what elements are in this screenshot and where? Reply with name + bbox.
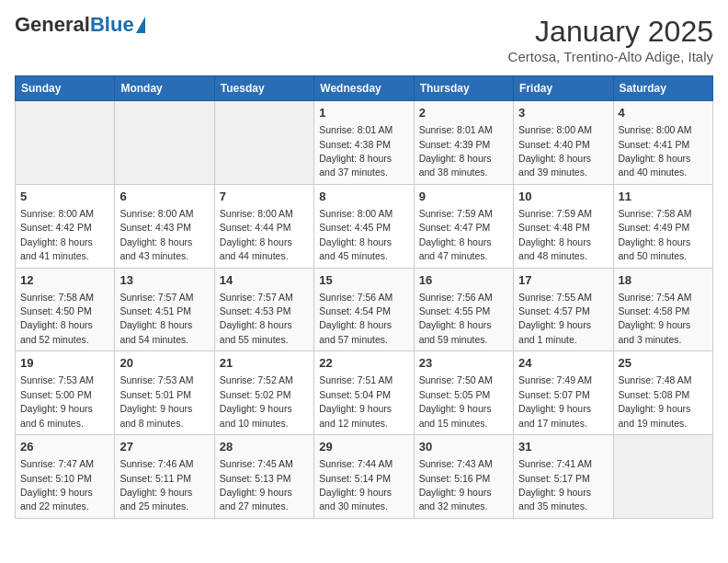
day-number: 29 [319,439,408,455]
day-number: 2 [419,105,508,121]
day-info: Sunrise: 7:55 AM Sunset: 4:57 PM Dayligh… [518,292,592,345]
day-info: Sunrise: 7:53 AM Sunset: 5:00 PM Dayligh… [20,374,94,428]
day-info: Sunrise: 7:46 AM Sunset: 5:11 PM Dayligh… [119,458,193,511]
day-info: Sunrise: 7:56 AM Sunset: 4:54 PM Dayligh… [319,292,392,345]
calendar-cell [16,101,115,185]
calendar-week-row: 26Sunrise: 7:47 AM Sunset: 5:10 PM Dayli… [16,435,713,519]
day-number: 17 [518,272,608,289]
weekday-header-wednesday: Wednesday [314,76,414,101]
day-number: 7 [220,189,309,205]
day-info: Sunrise: 7:59 AM Sunset: 4:47 PM Dayligh… [419,208,493,261]
calendar-cell: 2Sunrise: 8:01 AM Sunset: 4:39 PM Daylig… [414,101,513,185]
calendar-cell: 26Sunrise: 7:47 AM Sunset: 5:10 PM Dayli… [16,435,115,519]
day-info: Sunrise: 7:50 AM Sunset: 5:05 PM Dayligh… [419,374,493,428]
calendar-cell: 12Sunrise: 7:58 AM Sunset: 4:50 PM Dayli… [16,268,115,351]
calendar-cell: 31Sunrise: 7:41 AM Sunset: 5:17 PM Dayli… [514,435,613,519]
calendar-cell: 19Sunrise: 7:53 AM Sunset: 5:00 PM Dayli… [16,351,115,435]
day-number: 24 [518,355,608,372]
calendar-cell: 7Sunrise: 8:00 AM Sunset: 4:44 PM Daylig… [214,184,313,268]
page-header: GeneralBlue January 2025 Certosa, Trenti… [15,15,713,64]
weekday-header-monday: Monday [115,76,214,101]
day-info: Sunrise: 7:54 AM Sunset: 4:58 PM Dayligh… [619,292,692,345]
day-number: 28 [220,439,309,455]
day-number: 8 [319,189,408,205]
calendar-cell: 20Sunrise: 7:53 AM Sunset: 5:01 PM Dayli… [115,351,214,435]
day-number: 16 [419,272,508,289]
calendar-cell: 6Sunrise: 8:00 AM Sunset: 4:43 PM Daylig… [115,184,214,268]
calendar-header-row: SundayMondayTuesdayWednesdayThursdayFrid… [16,76,713,101]
weekday-header-sunday: Sunday [16,76,115,101]
day-number: 4 [619,105,708,121]
day-info: Sunrise: 7:58 AM Sunset: 4:50 PM Dayligh… [20,292,94,345]
calendar-cell [115,101,214,185]
day-number: 3 [518,105,608,121]
day-info: Sunrise: 7:51 AM Sunset: 5:04 PM Dayligh… [319,374,392,428]
day-info: Sunrise: 8:01 AM Sunset: 4:38 PM Dayligh… [319,124,392,178]
calendar-cell: 30Sunrise: 7:43 AM Sunset: 5:16 PM Dayli… [414,435,513,519]
day-info: Sunrise: 7:43 AM Sunset: 5:16 PM Dayligh… [419,458,493,511]
day-info: Sunrise: 8:00 AM Sunset: 4:41 PM Dayligh… [619,124,692,178]
calendar-cell: 13Sunrise: 7:57 AM Sunset: 4:51 PM Dayli… [115,268,214,351]
day-number: 18 [619,272,708,289]
calendar-cell: 3Sunrise: 8:00 AM Sunset: 4:40 PM Daylig… [514,101,613,185]
day-number: 12 [20,272,109,289]
location-subtitle: Certosa, Trentino-Alto Adige, Italy [508,49,713,64]
day-number: 19 [20,355,109,372]
calendar-cell: 10Sunrise: 7:59 AM Sunset: 4:48 PM Dayli… [514,184,613,268]
day-info: Sunrise: 7:56 AM Sunset: 4:55 PM Dayligh… [419,292,493,345]
day-number: 11 [619,189,708,205]
day-info: Sunrise: 7:41 AM Sunset: 5:17 PM Dayligh… [518,458,592,511]
calendar-cell: 23Sunrise: 7:50 AM Sunset: 5:05 PM Dayli… [414,351,513,435]
day-number: 21 [220,355,309,372]
day-number: 22 [319,355,408,372]
day-number: 20 [119,355,209,372]
month-title: January 2025 [508,15,713,49]
day-info: Sunrise: 7:57 AM Sunset: 4:53 PM Dayligh… [220,292,293,345]
day-info: Sunrise: 7:49 AM Sunset: 5:07 PM Dayligh… [518,374,592,428]
day-number: 23 [419,355,508,372]
day-info: Sunrise: 8:01 AM Sunset: 4:39 PM Dayligh… [419,124,493,178]
logo: GeneralBlue [15,15,145,35]
calendar-week-row: 12Sunrise: 7:58 AM Sunset: 4:50 PM Dayli… [16,268,713,351]
calendar-cell: 22Sunrise: 7:51 AM Sunset: 5:04 PM Dayli… [314,351,414,435]
day-info: Sunrise: 8:00 AM Sunset: 4:40 PM Dayligh… [518,124,592,178]
day-info: Sunrise: 7:58 AM Sunset: 4:49 PM Dayligh… [619,208,692,261]
day-info: Sunrise: 7:59 AM Sunset: 4:48 PM Dayligh… [518,208,592,261]
day-number: 25 [619,355,708,372]
day-info: Sunrise: 8:00 AM Sunset: 4:43 PM Dayligh… [119,208,193,261]
calendar-cell [613,435,712,519]
calendar-week-row: 1Sunrise: 8:01 AM Sunset: 4:38 PM Daylig… [16,101,713,185]
calendar-cell: 27Sunrise: 7:46 AM Sunset: 5:11 PM Dayli… [115,435,214,519]
day-info: Sunrise: 8:00 AM Sunset: 4:44 PM Dayligh… [220,208,293,261]
calendar-cell: 24Sunrise: 7:49 AM Sunset: 5:07 PM Dayli… [514,351,613,435]
day-number: 13 [119,272,209,289]
day-number: 1 [319,105,408,121]
calendar-cell: 9Sunrise: 7:59 AM Sunset: 4:47 PM Daylig… [414,184,513,268]
calendar-cell: 16Sunrise: 7:56 AM Sunset: 4:55 PM Dayli… [414,268,513,351]
calendar-cell: 21Sunrise: 7:52 AM Sunset: 5:02 PM Dayli… [214,351,313,435]
calendar-cell: 1Sunrise: 8:01 AM Sunset: 4:38 PM Daylig… [314,101,414,185]
weekday-header-thursday: Thursday [414,76,513,101]
day-info: Sunrise: 8:00 AM Sunset: 4:45 PM Dayligh… [319,208,392,261]
calendar-week-row: 19Sunrise: 7:53 AM Sunset: 5:00 PM Dayli… [16,351,713,435]
day-info: Sunrise: 7:57 AM Sunset: 4:51 PM Dayligh… [119,292,193,345]
calendar-cell: 29Sunrise: 7:44 AM Sunset: 5:14 PM Dayli… [314,435,414,519]
calendar-cell: 15Sunrise: 7:56 AM Sunset: 4:54 PM Dayli… [314,268,414,351]
day-number: 9 [419,189,508,205]
calendar-cell: 17Sunrise: 7:55 AM Sunset: 4:57 PM Dayli… [514,268,613,351]
calendar-cell: 8Sunrise: 8:00 AM Sunset: 4:45 PM Daylig… [314,184,414,268]
day-info: Sunrise: 8:00 AM Sunset: 4:42 PM Dayligh… [20,208,94,261]
day-info: Sunrise: 7:45 AM Sunset: 5:13 PM Dayligh… [220,458,293,511]
calendar-cell: 4Sunrise: 8:00 AM Sunset: 4:41 PM Daylig… [613,101,712,185]
calendar-table: SundayMondayTuesdayWednesdayThursdayFrid… [15,75,713,519]
weekday-header-friday: Friday [514,76,613,101]
day-number: 27 [119,439,209,455]
calendar-cell: 5Sunrise: 8:00 AM Sunset: 4:42 PM Daylig… [16,184,115,268]
calendar-cell: 11Sunrise: 7:58 AM Sunset: 4:49 PM Dayli… [613,184,712,268]
day-number: 15 [319,272,408,289]
day-info: Sunrise: 7:53 AM Sunset: 5:01 PM Dayligh… [119,374,193,428]
logo-general: GeneralBlue [15,15,134,35]
calendar-cell: 25Sunrise: 7:48 AM Sunset: 5:08 PM Dayli… [613,351,712,435]
day-number: 30 [419,439,508,455]
day-info: Sunrise: 7:52 AM Sunset: 5:02 PM Dayligh… [220,374,293,428]
